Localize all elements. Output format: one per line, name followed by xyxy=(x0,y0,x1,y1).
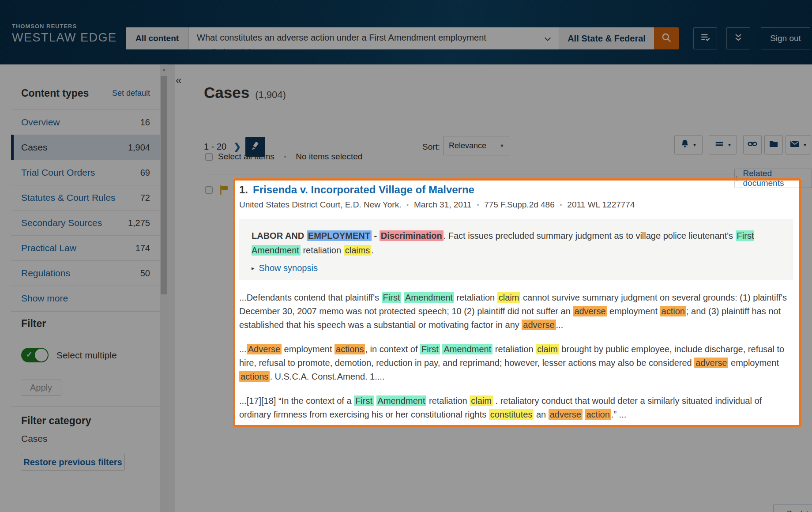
case-title-link[interactable]: Frisenda v. Incorporated Village of Malv… xyxy=(253,184,474,196)
sidebar-item-regulations[interactable]: Regulations 50 xyxy=(11,260,160,286)
back-to-top-button[interactable]: ↑ Back to top xyxy=(773,504,812,512)
decision-date: March 31, 2011 xyxy=(414,200,472,210)
select-all-label: Select all items xyxy=(218,152,274,162)
double-chevron-down-icon xyxy=(733,32,744,45)
sort-dropdown[interactable]: Relevance ▼ xyxy=(443,136,509,155)
filter-category-heading: Filter category xyxy=(21,415,91,427)
sidebar-item-trial-court-orders[interactable]: Trial Court Orders 69 xyxy=(11,160,160,185)
keycite-yellow-flag-icon[interactable] xyxy=(218,184,229,197)
back-to-top-label: Back to top xyxy=(787,509,812,512)
brand-thomson-reuters: THOMSON REUTERS xyxy=(12,23,117,30)
content-types-heading: Content types xyxy=(21,87,89,99)
notes-list-button[interactable] xyxy=(693,27,717,49)
result-item-1: 1. Frisenda v. Incorporated Village of M… xyxy=(204,182,804,422)
sidebar-scrollbar[interactable]: ▲ xyxy=(160,65,168,512)
filters-sidebar: Content types Set default Overview 16 Ca… xyxy=(11,65,160,512)
content-scope-dropdown[interactable]: All content xyxy=(126,27,189,49)
case-excerpt-paragraph: ...Defendants contend that plaintiff's F… xyxy=(239,291,793,332)
bell-icon xyxy=(680,139,690,151)
search-icon xyxy=(661,32,672,45)
sidebar-item-overview[interactable]: Overview 16 xyxy=(11,109,160,135)
results-count: (1,904) xyxy=(255,89,286,101)
search-bar: All content What constitutes an adverse … xyxy=(126,27,679,49)
court-name: United States District Court, E.D. New Y… xyxy=(239,200,401,210)
chevron-down-icon[interactable] xyxy=(543,34,553,45)
result-number: 1. xyxy=(239,184,248,196)
citation-westlaw: 2011 WL 1227774 xyxy=(567,200,635,210)
sign-out-button[interactable]: Sign out xyxy=(761,27,810,49)
sidebar-item-cases[interactable]: Cases 1,904 xyxy=(11,135,160,160)
apply-button[interactable]: Apply xyxy=(21,380,61,396)
highlighter-pen-icon xyxy=(250,141,261,153)
select-multiple-toggle[interactable]: ✓ xyxy=(21,348,49,362)
case-excerpt-paragraph: ...[17][18] “In the context of a First A… xyxy=(239,394,793,422)
display-lines-icon xyxy=(714,139,725,151)
filter-heading: Filter xyxy=(21,318,46,330)
case-meta: United States District Court, E.D. New Y… xyxy=(239,200,793,210)
sidebar-item-secondary-sources[interactable]: Secondary Sources 1,275 xyxy=(11,210,160,235)
up-arrow-icon: ↑ xyxy=(779,509,783,512)
caret-down-icon: ▼ xyxy=(727,143,732,147)
alert-button[interactable]: ▼ xyxy=(674,135,703,154)
next-page-icon[interactable]: ❯ xyxy=(233,141,241,152)
sidebar-item-statutes-court-rules[interactable]: Statutes & Court Rules 72 xyxy=(11,185,160,210)
pagination-range: 1 - 20 xyxy=(204,142,226,152)
jurisdiction-selector[interactable]: All State & Federal xyxy=(559,27,654,49)
copy-link-button[interactable] xyxy=(743,135,762,154)
page-title-text: Cases xyxy=(204,84,249,102)
select-all-checkbox[interactable] xyxy=(205,153,213,161)
deliver-email-button[interactable]: ▼ xyxy=(786,135,811,154)
search-query-line1: What constitutes an adverse action under… xyxy=(197,33,486,43)
brand-westlaw-edge: WESTLAW EDGE xyxy=(12,31,117,45)
citation: 775 F.Supp.2d 486 xyxy=(484,200,555,210)
show-synopsis-link[interactable]: ▸ Show synopsis xyxy=(252,263,783,273)
selection-status: No items selected xyxy=(296,152,362,162)
case-excerpt-paragraph: ...Adverse employment actions, in contex… xyxy=(239,343,793,384)
sort-value: Relevance xyxy=(449,141,486,151)
triangle-right-icon: ▸ xyxy=(252,265,255,271)
sidebar-item-practical-law[interactable]: Practical Law 174 xyxy=(11,235,160,260)
restore-previous-filters-button[interactable]: Restore previous filters xyxy=(21,454,125,471)
result-1-checkbox[interactable] xyxy=(205,186,213,194)
list-check-icon xyxy=(699,32,711,45)
search-input[interactable]: What constitutes an adverse action under… xyxy=(189,27,559,49)
toggle-knob xyxy=(35,349,48,361)
select-multiple-label: Select multiple xyxy=(56,350,117,361)
bullet-separator: • xyxy=(284,154,286,160)
link-icon xyxy=(747,139,758,151)
folder-icon xyxy=(768,139,779,151)
envelope-icon xyxy=(789,139,800,151)
set-default-link[interactable]: Set default xyxy=(112,89,150,98)
filter-category-value: Cases xyxy=(21,433,48,444)
brand-logo: THOMSON REUTERS WESTLAW EDGE xyxy=(12,23,117,45)
collapse-sidebar-icon[interactable]: « xyxy=(176,74,181,87)
panel-divider-gutter xyxy=(168,64,175,512)
show-more-link[interactable]: Show more xyxy=(11,286,160,311)
synopsis-block: LABOR AND EMPLOYMENT - Discrimination. F… xyxy=(239,219,793,280)
expand-panels-button[interactable] xyxy=(726,27,750,49)
scrollbar-thumb[interactable] xyxy=(161,76,167,294)
synopsis-text: LABOR AND EMPLOYMENT - Discrimination. F… xyxy=(252,229,783,258)
caret-down-icon: ▼ xyxy=(803,143,807,147)
search-query-line2: retaliation claim? xyxy=(197,48,263,49)
dropdown-caret-icon: ▼ xyxy=(500,143,504,148)
sort-label: Sort: xyxy=(422,142,440,152)
caret-down-icon: ▼ xyxy=(692,143,697,147)
scrollbar-up-arrow[interactable]: ▲ xyxy=(160,67,168,72)
page-title: Cases (1,904) xyxy=(204,84,286,102)
display-options-button[interactable]: ▼ xyxy=(709,135,737,154)
save-to-folder-button[interactable] xyxy=(764,135,783,154)
check-icon: ✓ xyxy=(26,350,32,359)
top-nav: THOMSON REUTERS WESTLAW EDGE All content… xyxy=(0,0,812,64)
search-button[interactable] xyxy=(654,27,679,49)
